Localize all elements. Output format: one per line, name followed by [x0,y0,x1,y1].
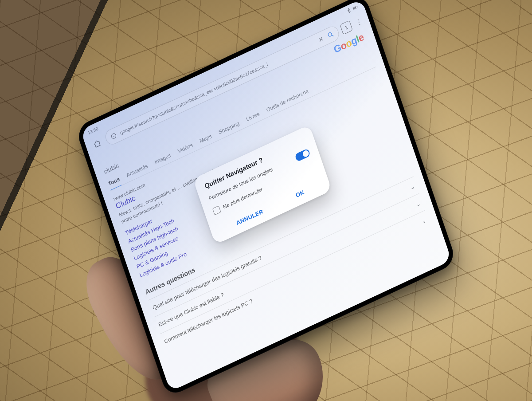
tab-books[interactable]: Livres [246,111,261,123]
tab-shopping[interactable]: Shopping [218,120,240,136]
clear-url-icon[interactable]: ✕ [317,35,325,44]
checkbox-icon [212,205,221,215]
tab-videos[interactable]: Vidéos [177,142,194,155]
svg-line-5 [113,136,114,137]
close-tabs-toggle[interactable] [294,148,311,162]
tab-maps[interactable]: Maps [199,133,212,145]
chevron-down-icon: ⌄ [421,216,427,225]
tab-all[interactable]: Tous [107,176,122,191]
svg-point-6 [328,32,332,37]
site-info-icon[interactable] [110,131,118,141]
search-icon[interactable] [326,30,335,40]
svg-rect-2 [353,7,356,9]
svg-line-7 [332,35,333,37]
chevron-down-icon: ⌄ [409,183,416,191]
overflow-menu-icon[interactable]: ⋮ [352,14,365,30]
tab-images[interactable]: Images [154,152,172,165]
ok-button[interactable]: OK [290,185,310,204]
home-button[interactable] [90,135,105,152]
tab-news[interactable]: Actualités [125,163,149,178]
tab-count-button[interactable]: 2 [340,20,353,35]
chevron-down-icon: ⌄ [415,200,422,208]
